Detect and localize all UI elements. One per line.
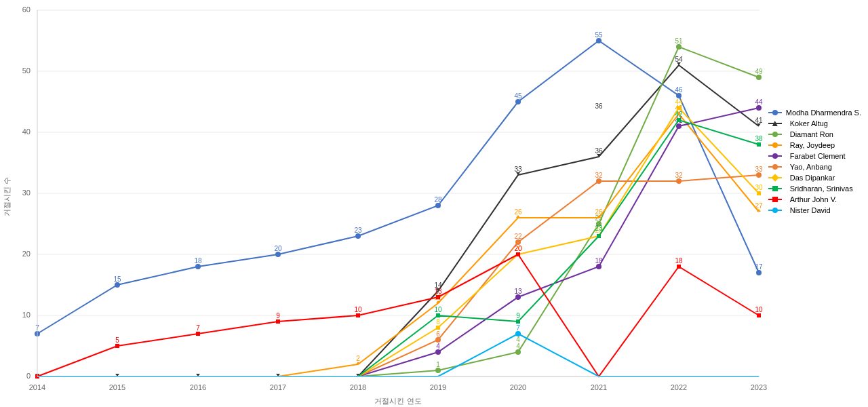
dot	[676, 93, 682, 98]
dot	[677, 265, 681, 269]
y-label-30: 30	[22, 189, 31, 197]
legend-item-farabet: Farabet Clement	[768, 152, 861, 160]
x-label-2023: 2023	[751, 383, 767, 391]
dot	[756, 75, 762, 80]
chart-container: 60 50 40 30 20 10 0 거절시킨 수 2014 2015 201…	[0, 0, 868, 407]
label: 4	[516, 336, 520, 343]
label: 38	[755, 135, 763, 142]
label: 10	[755, 306, 763, 313]
dot	[196, 332, 200, 336]
label: 9	[276, 312, 280, 319]
dot	[115, 344, 119, 348]
y-label-50: 50	[22, 66, 31, 75]
label: 44	[755, 98, 763, 106]
x-label-2017: 2017	[270, 383, 286, 391]
dot	[436, 313, 440, 317]
legend-label: Arthur John V.	[790, 195, 837, 204]
y-label-40: 40	[22, 128, 31, 136]
label: 4	[516, 343, 520, 350]
label: 18	[595, 257, 603, 265]
line-das	[37, 108, 759, 376]
x-label-2018: 2018	[350, 383, 366, 391]
dot	[677, 106, 681, 110]
x-label-2014: 2014	[29, 383, 45, 391]
label: 7	[196, 324, 200, 332]
legend-label: Diamant Ron	[790, 130, 833, 138]
label: 44	[675, 98, 683, 106]
label: 33	[514, 166, 522, 173]
legend-label: Yao, Anbang	[790, 163, 832, 171]
x-label-2020: 2020	[510, 383, 526, 391]
legend-item-diamant: Diamant Ron	[768, 130, 861, 138]
label: 36	[595, 102, 603, 110]
label: 18	[194, 257, 202, 265]
label: 1	[436, 361, 440, 368]
label: 49	[755, 68, 763, 75]
legend-item-koker: Koker Altug	[768, 119, 861, 128]
legend-label: Farabet Clement	[790, 152, 846, 160]
label: 9	[516, 312, 520, 319]
line-nister	[37, 334, 759, 376]
y-axis-label: 거절시킨 수	[3, 177, 11, 216]
dot	[435, 368, 441, 373]
label: 7	[516, 324, 520, 332]
label: 32	[675, 172, 683, 179]
dot	[115, 282, 120, 288]
line-diamant	[37, 47, 759, 376]
y-label-0: 0	[26, 372, 31, 380]
dot	[195, 264, 201, 269]
label: 26	[514, 208, 522, 216]
label: 30	[755, 184, 763, 191]
label: 10	[434, 306, 442, 313]
x-axis-label: 거절시킨 연도	[374, 397, 421, 405]
dot	[756, 105, 762, 111]
y-label-10: 10	[22, 311, 31, 319]
label: 54	[675, 56, 683, 63]
x-label-2016: 2016	[190, 383, 206, 391]
legend-item-sridharan: Sridharan, Srinivas	[768, 185, 861, 193]
dot	[436, 326, 440, 330]
dot	[597, 234, 601, 238]
label: 22	[514, 233, 522, 240]
label: 20	[514, 245, 522, 252]
dot	[516, 252, 520, 256]
dot	[757, 313, 761, 317]
legend-item-nister: Nister David	[768, 206, 861, 214]
dot	[276, 319, 280, 324]
label: 45	[514, 92, 522, 100]
label: 41	[755, 117, 763, 124]
dot	[516, 319, 520, 324]
label: 20	[274, 245, 282, 252]
label: 13	[514, 288, 522, 295]
legend-item-yao: Yao, Anbang	[768, 163, 861, 171]
dot	[757, 191, 761, 195]
legend-label: Koker Altug	[790, 119, 828, 128]
legend-label: Sridharan, Srinivas	[790, 185, 853, 193]
dot	[515, 239, 521, 245]
y-label-60: 60	[22, 5, 31, 14]
dot	[757, 142, 761, 147]
dot	[677, 118, 681, 122]
dot	[596, 38, 601, 43]
dot	[275, 252, 281, 257]
legend-item-modha: Modha Dharmendra S.	[768, 109, 861, 117]
line-modha	[37, 41, 759, 334]
label: 13	[434, 288, 442, 295]
chart-legend: Modha Dharmendra S. Koker Altug Diamant …	[768, 109, 861, 214]
dot	[435, 337, 441, 343]
dot	[436, 295, 440, 299]
label: 51	[675, 37, 683, 45]
line-farabet	[37, 108, 759, 376]
x-label-2015: 2015	[109, 383, 125, 391]
label: 2	[356, 355, 360, 362]
label: 17	[755, 263, 763, 271]
label: 5	[115, 336, 119, 344]
label: 36	[595, 147, 603, 155]
legend-label: Nister David	[790, 206, 831, 214]
label: 32	[595, 172, 603, 179]
legend-label: Ray, Joydeep	[790, 141, 835, 149]
dot	[515, 99, 521, 104]
label: 23	[595, 225, 603, 232]
legend-label: Modha Dharmendra S.	[786, 109, 861, 117]
label: 18	[675, 257, 683, 265]
